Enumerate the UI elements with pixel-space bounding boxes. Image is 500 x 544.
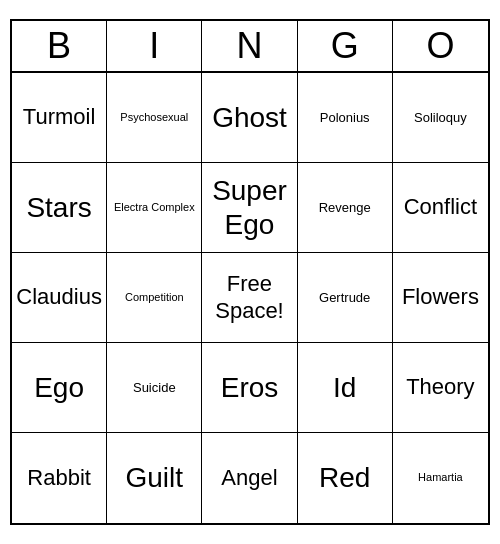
cell-text-0: Turmoil — [23, 104, 96, 130]
bingo-cell-11: Competition — [107, 253, 202, 343]
cell-text-21: Guilt — [126, 461, 184, 495]
cell-text-20: Rabbit — [27, 465, 91, 491]
cell-text-3: Polonius — [320, 110, 370, 126]
cell-text-18: Id — [333, 371, 356, 405]
cell-text-7: Super Ego — [206, 174, 292, 241]
cell-text-17: Eros — [221, 371, 279, 405]
bingo-cell-18: Id — [298, 343, 393, 433]
bingo-cell-22: Angel — [202, 433, 297, 523]
bingo-cell-2: Ghost — [202, 73, 297, 163]
bingo-cell-19: Theory — [393, 343, 488, 433]
cell-text-12: Free Space! — [206, 271, 292, 324]
cell-text-23: Red — [319, 461, 370, 495]
bingo-cell-3: Polonius — [298, 73, 393, 163]
bingo-cell-17: Eros — [202, 343, 297, 433]
cell-text-16: Suicide — [133, 380, 176, 396]
cell-text-6: Electra Complex — [114, 201, 195, 214]
header-letter-o: O — [393, 21, 488, 71]
bingo-grid: TurmoilPsychosexualGhostPoloniusSoliloqu… — [12, 73, 488, 523]
bingo-header: BINGO — [12, 21, 488, 73]
cell-text-2: Ghost — [212, 101, 287, 135]
header-letter-g: G — [298, 21, 393, 71]
cell-text-14: Flowers — [402, 284, 479, 310]
bingo-cell-9: Conflict — [393, 163, 488, 253]
cell-text-24: Hamartia — [418, 471, 463, 484]
bingo-cell-21: Guilt — [107, 433, 202, 523]
cell-text-13: Gertrude — [319, 290, 370, 306]
bingo-cell-16: Suicide — [107, 343, 202, 433]
bingo-cell-13: Gertrude — [298, 253, 393, 343]
bingo-cell-15: Ego — [12, 343, 107, 433]
cell-text-11: Competition — [125, 291, 184, 304]
cell-text-22: Angel — [221, 465, 277, 491]
bingo-cell-1: Psychosexual — [107, 73, 202, 163]
bingo-cell-4: Soliloquy — [393, 73, 488, 163]
bingo-cell-10: Claudius — [12, 253, 107, 343]
bingo-cell-23: Red — [298, 433, 393, 523]
cell-text-8: Revenge — [319, 200, 371, 216]
header-letter-n: N — [202, 21, 297, 71]
bingo-cell-5: Stars — [12, 163, 107, 253]
bingo-cell-0: Turmoil — [12, 73, 107, 163]
cell-text-15: Ego — [34, 371, 84, 405]
bingo-card: BINGO TurmoilPsychosexualGhostPoloniusSo… — [10, 19, 490, 525]
cell-text-5: Stars — [26, 191, 91, 225]
header-letter-i: I — [107, 21, 202, 71]
bingo-cell-6: Electra Complex — [107, 163, 202, 253]
bingo-cell-8: Revenge — [298, 163, 393, 253]
bingo-cell-20: Rabbit — [12, 433, 107, 523]
cell-text-4: Soliloquy — [414, 110, 467, 126]
bingo-cell-14: Flowers — [393, 253, 488, 343]
cell-text-10: Claudius — [16, 284, 102, 310]
bingo-cell-12: Free Space! — [202, 253, 297, 343]
cell-text-1: Psychosexual — [120, 111, 188, 124]
bingo-cell-24: Hamartia — [393, 433, 488, 523]
bingo-cell-7: Super Ego — [202, 163, 297, 253]
cell-text-19: Theory — [406, 374, 474, 400]
header-letter-b: B — [12, 21, 107, 71]
cell-text-9: Conflict — [404, 194, 477, 220]
